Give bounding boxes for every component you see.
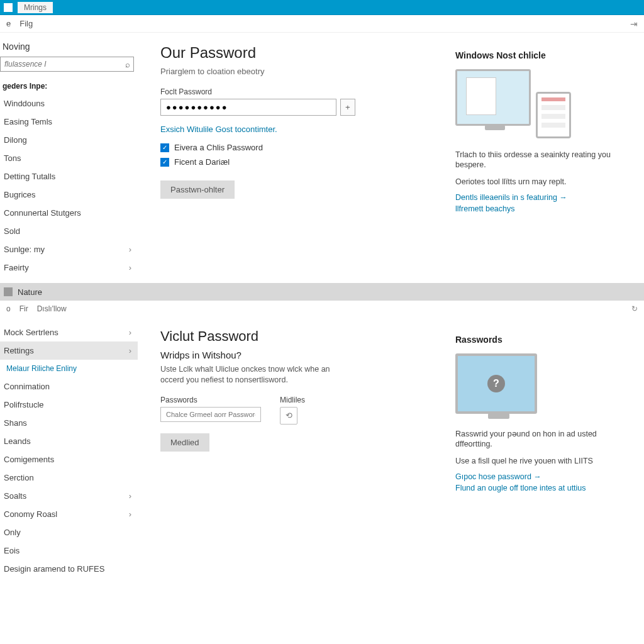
sidebar-heading: Noving	[0, 39, 138, 57]
password-input[interactable]	[160, 99, 336, 116]
menu-item[interactable]: o	[6, 304, 11, 313]
aside-text: Rasswrid your pəund on hon in ad usted d…	[455, 429, 633, 450]
sidebar-item[interactable]: Tons	[0, 149, 138, 167]
devices-illustration	[455, 69, 556, 138]
aside-link[interactable]: Dentls illeaenils in s featuring →	[455, 193, 633, 202]
search-wrap: ⌕	[0, 57, 134, 72]
sidebar-item-settings[interactable]: Rettings›	[0, 341, 138, 360]
sidebar-item[interactable]: Connimation	[0, 377, 138, 396]
checkbox-row[interactable]: ✓ Ficent a Dariæl	[160, 155, 434, 169]
search-icon[interactable]: ⌕	[125, 60, 130, 69]
settings-icon[interactable]: ⇥	[630, 19, 638, 29]
checkbox-label: Ficent a Dariæl	[174, 157, 230, 167]
sidebar-item[interactable]: Detting Tutalls	[0, 167, 138, 186]
aside-link[interactable]: Gıpoc hose password →	[455, 472, 633, 481]
sidebar-item[interactable]: Easing Temls	[0, 113, 138, 131]
question-icon: ?	[487, 375, 505, 392]
aside-title: Windows Nost chlicle	[455, 50, 633, 60]
sidebar-item[interactable]: Only	[0, 523, 138, 541]
sidebar-item[interactable]: Winddouns	[0, 94, 138, 113]
app-icon	[4, 3, 13, 12]
sidebar-item[interactable]: Sunlge: my›	[0, 240, 138, 258]
main-panel: Viclut Password Wridps in Witshou? Uste …	[142, 317, 449, 584]
sidebar-group-label: geders Inpe:	[0, 78, 138, 94]
sidebar-item[interactable]: Conomy Roasl›	[0, 505, 138, 523]
sidebar-item[interactable]: Leands	[0, 432, 138, 450]
window-title: Nature	[18, 287, 42, 297]
password-label: Foclt Password	[160, 87, 434, 96]
chevron-right-icon: ›	[129, 346, 131, 355]
page-title: Our Password	[160, 44, 434, 62]
modified-button[interactable]: Medlied	[160, 433, 209, 452]
sidebar-item[interactable]: Polifrstucle	[0, 396, 138, 414]
sidebar-item[interactable]: Soalts›	[0, 487, 138, 505]
aside-link[interactable]: Flund an ougle off tlone intes at uttius	[455, 484, 633, 492]
menubar: e Filg ⇥	[0, 15, 644, 33]
sidebar-item[interactable]: Eois	[0, 541, 138, 560]
sidebar-item[interactable]: Sold	[0, 222, 138, 240]
window-bottom: Nature o Fir Dıslı'llow ↻ Mock Sertrlens…	[0, 283, 644, 584]
field-label: Midliles	[280, 396, 305, 404]
menu-item[interactable]: Filg	[19, 19, 33, 28]
aside-link[interactable]: llfremett beachys	[455, 204, 633, 213]
sidebar-item[interactable]: Shans	[0, 414, 138, 432]
password-create-input[interactable]	[160, 407, 261, 422]
chevron-right-icon: ›	[129, 263, 131, 272]
sidebar-item[interactable]: Faeirty›	[0, 258, 138, 277]
app-icon	[4, 287, 13, 296]
sidebar-item[interactable]: Connunertal Stutgers	[0, 204, 138, 222]
sidebar-item[interactable]: Bugrices	[0, 186, 138, 204]
aside-panel: Windows Nost chlicle Trlach to thiis ord…	[449, 33, 644, 283]
aside-text: Trlach to thiis ordesse a seainkty reati…	[455, 150, 633, 170]
refresh-icon[interactable]: ↻	[631, 304, 638, 313]
chevron-right-icon: ›	[129, 328, 131, 337]
sidebar-item[interactable]: Dilong	[0, 131, 138, 149]
chevron-right-icon: ›	[129, 245, 131, 254]
aside-panel: Rasswords ? Rasswrid your pəund on hon i…	[449, 317, 644, 584]
page-subtitle: Priarglem to cloation ebeotry	[160, 67, 434, 76]
content: Mock Sertrlens› Rettings› Melaur Riliche…	[0, 317, 644, 584]
checkbox-row[interactable]: ✓ Eivera a Chlis Password	[160, 140, 434, 155]
aside-title: Rasswords	[455, 335, 633, 345]
sidebar-subitem[interactable]: Melaur Riliche Enliny	[0, 360, 138, 377]
checkbox-label: Eivera a Chlis Password	[174, 143, 263, 152]
checkbox-icon: ✓	[160, 143, 169, 152]
page-question: Wridps in Witshou?	[160, 350, 434, 360]
menu-item[interactable]: Dıslı'llow	[37, 304, 67, 313]
sidebar-item[interactable]: Mock Sertrlens›	[0, 323, 138, 341]
sidebar-item[interactable]: Desigin aramend to RUFES	[0, 560, 138, 578]
page-description: Uste Lclk whalt Uliclue onckes tnow wlck…	[160, 364, 349, 386]
helper-link[interactable]: Exsich Witulile Gost tocontimter.	[160, 125, 434, 134]
sidebar: Mock Sertrlens› Rettings› Melaur Riliche…	[0, 317, 142, 584]
content: Noving ⌕ geders Inpe: Winddouns Easing T…	[0, 33, 644, 283]
sidebar-item[interactable]: Serction	[0, 469, 138, 487]
titlebar: Nature	[0, 283, 644, 301]
chevron-right-icon: ›	[129, 509, 131, 519]
aside-text: Use a fisll quel he rive youen with LIIT…	[455, 456, 633, 466]
menubar: o Fir Dıslı'llow ↻	[0, 301, 644, 317]
chevron-right-icon: ›	[129, 491, 131, 501]
main-panel: Our Password Priarglem to cloation ebeot…	[142, 33, 449, 283]
monitor-illustration: ?	[455, 353, 537, 414]
field-label: Passwords	[160, 396, 261, 404]
titlebar: Mrings	[0, 0, 644, 15]
submit-button[interactable]: Passtwn-ohlter	[160, 180, 235, 199]
aside-text: Oeriotes tool llïtts urn may replt.	[455, 177, 633, 187]
page-title: Viclut Password	[160, 328, 434, 345]
checkbox-icon: ✓	[160, 158, 169, 167]
search-input[interactable]	[0, 57, 134, 72]
window-title: Mrings	[18, 2, 53, 13]
menu-item[interactable]: e	[6, 19, 11, 28]
refresh-button[interactable]: ⟲	[280, 407, 297, 425]
window-top: Mrings e Filg ⇥ Noving ⌕ geders Inpe: Wi…	[0, 0, 644, 283]
sidebar-item[interactable]: Comigements	[0, 450, 138, 469]
menu-item[interactable]: Fir	[19, 304, 28, 313]
add-button[interactable]: +	[340, 99, 355, 116]
sidebar: Noving ⌕ geders Inpe: Winddouns Easing T…	[0, 33, 142, 283]
